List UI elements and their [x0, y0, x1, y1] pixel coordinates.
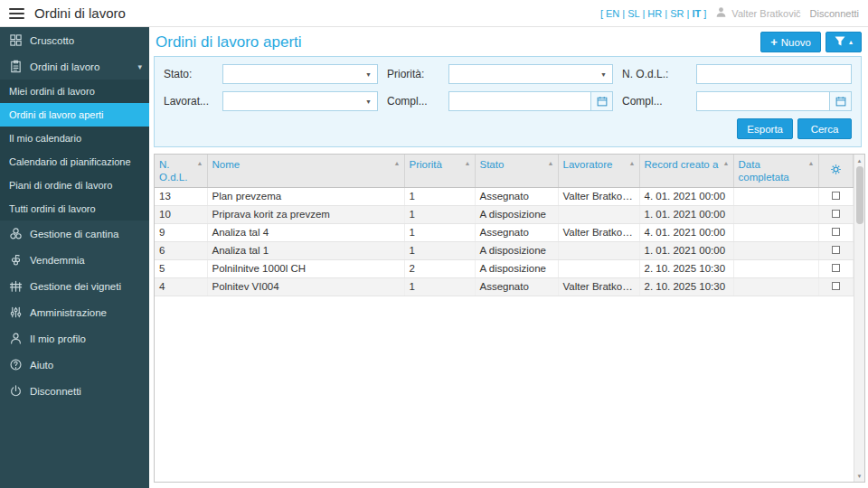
- completata-da-input[interactable]: [448, 91, 590, 111]
- user-info: Valter Bratkovič: [715, 6, 800, 20]
- lang-link-sr[interactable]: SR: [670, 8, 684, 19]
- cell-stato: A disposizione: [475, 259, 558, 277]
- sidebar-item-disconnetti[interactable]: Disconnetti: [0, 378, 149, 404]
- sidebar-item-il-mio-profilo[interactable]: Il mio profilo: [0, 325, 149, 352]
- sidebar: CruscottoOrdini di lavoro▾Miei ordini di…: [0, 27, 149, 488]
- table-row[interactable]: 4Polnitev VI0041AssegnatoValter Bratkovi…: [155, 277, 854, 296]
- cell-completata: [733, 277, 818, 296]
- vertical-scrollbar[interactable]: ▲ ▼: [854, 155, 864, 482]
- cell-nodl: 9: [155, 223, 207, 241]
- row-checkbox[interactable]: [832, 210, 840, 218]
- stato-select[interactable]: ▼: [222, 64, 378, 84]
- sidebar-item-ordini-di-lavoro-aperti[interactable]: Ordini di lavoro aperti: [0, 103, 149, 127]
- dashboard-icon: [8, 33, 23, 48]
- row-checkbox[interactable]: [832, 246, 840, 254]
- sidebar-item-gestione-di-cantina[interactable]: Gestione di cantina: [0, 221, 149, 247]
- calendar-button-a[interactable]: [829, 91, 852, 111]
- table-row[interactable]: 13Plan prevzema1AssegnatoValter Bratkovi…: [155, 187, 854, 205]
- plus-icon: +: [770, 36, 778, 48]
- search-button[interactable]: Cerca: [797, 118, 852, 139]
- column-header-3[interactable]: Stato▲: [475, 155, 558, 187]
- sidebar-item-amministrazione[interactable]: Amministrazione: [0, 299, 149, 325]
- logout-link[interactable]: Disconnetti: [810, 8, 859, 19]
- menu-icon[interactable]: [9, 6, 24, 21]
- row-checkbox-cell: [818, 259, 854, 277]
- sidebar-item-cruscotto[interactable]: Cruscotto: [0, 27, 149, 53]
- vineyard-icon: [8, 279, 23, 294]
- logout-icon: [8, 384, 23, 399]
- row-checkbox[interactable]: [832, 282, 840, 290]
- row-checkbox-cell: [818, 223, 854, 241]
- export-button[interactable]: Esporta: [737, 118, 793, 139]
- sidebar-item-il-mio-calendario[interactable]: Il mio calendario: [0, 127, 149, 150]
- filter-label-stato: Stato:: [164, 68, 213, 80]
- calendar-button-da[interactable]: [590, 91, 613, 111]
- sidebar-item-tutti-ordini-di-lavoro[interactable]: Tutti ordini di lavoro: [0, 197, 149, 221]
- scrollbar-thumb[interactable]: [856, 166, 863, 224]
- filter-panel: Stato: ▼ Priorità: ▼ N. O.d.L.: Lavorat.…: [154, 56, 862, 147]
- cell-creato: 1. 01. 2021 00:00: [639, 241, 733, 259]
- sidebar-item-miei-ordini-di-lavoro[interactable]: Miei ordini di lavoro: [0, 80, 149, 103]
- row-checkbox[interactable]: [832, 264, 840, 272]
- completata-a-input[interactable]: [696, 91, 829, 111]
- filter-label-nodl: N. O.d.L.:: [622, 68, 687, 80]
- column-settings-gear-icon[interactable]: [818, 155, 854, 187]
- cell-priorita: 1: [404, 205, 475, 223]
- column-header-5[interactable]: Record creato a▲: [639, 155, 733, 187]
- column-header-4[interactable]: Lavoratore▲: [558, 155, 639, 187]
- cell-lavoratore: [558, 205, 639, 223]
- cell-completata: [733, 259, 818, 277]
- column-header-0[interactable]: N. O.d.L.▲: [155, 155, 207, 187]
- column-header-1[interactable]: Nome▲: [207, 155, 404, 187]
- column-label: N. O.d.L.: [159, 158, 195, 184]
- lang-link-sl[interactable]: SL: [627, 8, 639, 19]
- cell-creato: 1. 01. 2021 00:00: [639, 205, 733, 223]
- sidebar-item-label: Miei ordini di lavoro: [9, 86, 95, 97]
- sidebar-item-piani-di-ordine-di-lavoro[interactable]: Piani di ordine di lavoro: [0, 174, 149, 197]
- table-row[interactable]: 9Analiza tal 41AssegnatoValter Bratkovič…: [155, 223, 854, 241]
- sidebar-item-aiuto[interactable]: Aiuto: [0, 352, 149, 378]
- admin-icon: [8, 305, 23, 320]
- work-orders-table: N. O.d.L.▲Nome▲Priorità▲Stato▲Lavoratore…: [155, 155, 854, 296]
- chevron-down-icon: ▼: [365, 71, 372, 78]
- column-header-2[interactable]: Priorità▲: [404, 155, 475, 187]
- cell-nodl: 5: [155, 259, 207, 277]
- column-label: Priorità: [410, 158, 463, 171]
- sidebar-item-gestione-dei-vigneti[interactable]: Gestione dei vigneti: [0, 273, 149, 299]
- cell-completata: [733, 223, 818, 241]
- cell-nodl: 4: [155, 277, 207, 296]
- new-button[interactable]: + Nuovo: [760, 32, 821, 52]
- table-row[interactable]: 6Analiza tal 11A disposizione1. 01. 2021…: [155, 241, 854, 259]
- scroll-up-arrow[interactable]: ▲: [854, 155, 864, 166]
- table-row[interactable]: 5Polnilnitve 1000l CH2A disposizione2. 1…: [155, 259, 854, 277]
- sidebar-item-label: Il mio profilo: [30, 333, 86, 344]
- lang-link-en[interactable]: EN: [606, 8, 619, 19]
- table-row[interactable]: 10Priprava korit za prevzem1A disposizio…: [155, 205, 854, 223]
- sidebar-item-ordini-di-lavoro[interactable]: Ordini di lavoro▾: [0, 53, 149, 80]
- sidebar-item-label: Calendario di pianificazione: [9, 156, 131, 167]
- cell-creato: 2. 10. 2025 10:30: [639, 259, 733, 277]
- cell-nome: Plan prevzema: [207, 187, 404, 205]
- filter-toggle-button[interactable]: ▴: [826, 32, 862, 52]
- chevron-down-icon: ▼: [600, 71, 607, 78]
- scroll-down-arrow[interactable]: ▼: [854, 470, 864, 482]
- cell-stato: Assegnato: [475, 187, 558, 205]
- row-checkbox[interactable]: [832, 192, 840, 200]
- sidebar-item-vendemmia[interactable]: Vendemmia: [0, 247, 149, 273]
- sidebar-item-label: Tutti ordini di lavoro: [9, 203, 96, 214]
- cell-stato: Assegnato: [475, 277, 558, 296]
- priorita-select[interactable]: ▼: [448, 64, 613, 84]
- nodl-input[interactable]: [696, 64, 852, 84]
- sidebar-item-calendario-di-pianificazione[interactable]: Calendario di pianificazione: [0, 150, 149, 174]
- column-header-6[interactable]: Data completata▲: [733, 155, 818, 187]
- app-title: Ordini di lavoro: [34, 5, 126, 21]
- lang-link-it[interactable]: IT: [692, 8, 701, 19]
- lavoratore-select[interactable]: ▼: [222, 91, 378, 111]
- column-label: Stato: [480, 158, 546, 171]
- cell-nome: Polnilnitve 1000l CH: [207, 259, 404, 277]
- cell-nome: Polnitev VI004: [207, 277, 404, 296]
- sidebar-item-label: Il mio calendario: [9, 133, 81, 144]
- top-bar: Ordini di lavoro [ EN | SL | HR | SR | I…: [0, 0, 868, 27]
- row-checkbox[interactable]: [832, 228, 840, 236]
- lang-link-hr[interactable]: HR: [647, 8, 662, 19]
